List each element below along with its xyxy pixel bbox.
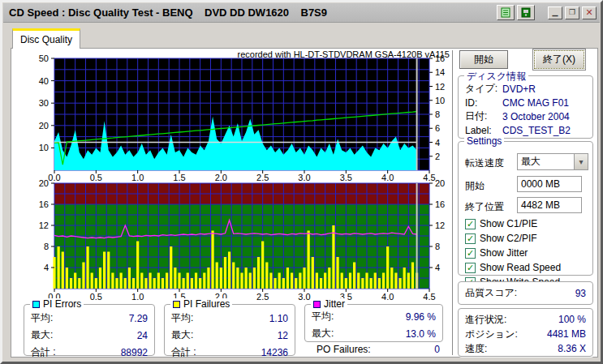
panel-separator (452, 50, 454, 355)
minimize-button[interactable] (548, 6, 562, 19)
start-button[interactable]: 開始 (459, 50, 508, 69)
axis-tick-label: 0.0 (48, 173, 60, 182)
axis-tick-label: 30 (39, 98, 49, 108)
checkbox-show-c1-pie[interactable]: Show C1/PIE (465, 218, 537, 229)
checkbox-show-c2-pif[interactable]: Show C2/PIF (465, 233, 537, 244)
pi-failures-swatch-icon (173, 301, 180, 308)
axis-tick-label: 16 (39, 199, 49, 209)
axis-tick-label: 10 (435, 96, 445, 105)
close-button[interactable] (582, 6, 597, 19)
pi-errors-group: PI Errors 平均: 7.29 最大: 24 合計 : 88992 (24, 304, 155, 356)
axis-tick-label: 3.0 (298, 173, 310, 182)
pi-errors-avg-row: 平均: 7.29 (24, 310, 154, 327)
pi-failures-title: PI Failures (183, 298, 230, 310)
axis-tick-label: 20 (39, 121, 49, 131)
pie-speed-chart: 10203040502468101214160.00.51.01.52.02.5… (11, 49, 454, 185)
axis-tick-label: 4 (44, 263, 49, 272)
pi-errors-total-row: 合計 : 88992 (24, 344, 154, 361)
axis-tick-label: 16 (435, 199, 445, 209)
axis-tick-label: 8 (435, 109, 440, 119)
axis-tick-label: 12 (435, 221, 445, 230)
disc-info-group: ディスク情報 タイプ: DVD+R ID: CMC MAG F01 日付: 3 … (458, 75, 593, 139)
quality-score-row: 品質スコア: 93 (459, 282, 592, 304)
axis-tick-label: 12 (435, 82, 445, 92)
jitter-group: Jitter 平均: 9.96 % 最大: 13.0 % (304, 304, 443, 342)
settings-group: Settings 転送速度 最大 開始 0000 MB 終了位置 4482 MB… (458, 141, 593, 276)
axis-tick-label: 50 (39, 54, 49, 63)
jitter-title: Jitter (324, 298, 345, 310)
disc-id-row: ID: CMC MAG F01 (459, 96, 592, 109)
exit-button[interactable]: 終了(X) (534, 50, 584, 69)
axis-tick-label: 8 (435, 242, 440, 251)
axis-tick-label: 3.0 (298, 292, 310, 302)
pi-failures-total-row: 合計 : 14236 (165, 344, 295, 361)
pi-errors-title: PI Errors (43, 298, 81, 310)
jitter-swatch-icon (313, 301, 321, 308)
position-row: ポジション: 4481 MB (459, 327, 592, 341)
axis-tick-label: 40 (39, 76, 49, 86)
axis-tick-label: 0.5 (90, 292, 102, 302)
start-position-label: 開始 (465, 179, 485, 193)
axis-tick-label: 3.5 (340, 173, 352, 182)
jitter-max-row: 最大: 13.0 % (305, 325, 442, 342)
axis-tick-label: 2 (435, 152, 440, 161)
checkbox-show-jitter[interactable]: Show Jitter (465, 247, 528, 259)
drive-icon[interactable] (517, 5, 535, 20)
axis-tick-label: 0.5 (90, 173, 102, 182)
axis-tick-label: 6 (435, 123, 440, 133)
axis-tick-label: 20 (39, 178, 49, 188)
axis-tick-label: 1.5 (173, 173, 185, 182)
pi-failures-group: PI Failures 平均: 1.10 最大: 12 合計 : 14236 (164, 304, 295, 356)
speed-row: 速度: 8.36 X (459, 341, 592, 356)
checkbox-check-icon[interactable] (465, 263, 476, 273)
axis-tick-label: 1.0 (131, 292, 144, 302)
axis-tick-label: 4.0 (381, 292, 394, 302)
checkbox-check-icon[interactable] (465, 248, 476, 259)
start-position-field[interactable]: 0000 MB (517, 176, 582, 192)
maximize-button[interactable] (565, 6, 579, 19)
app-window: CD Speed : Disc Quality Test - BENQ DVD … (0, 0, 603, 364)
end-position-field[interactable]: 4482 MB (517, 197, 582, 213)
chevron-down-icon[interactable] (574, 154, 588, 169)
po-failures-row: PO Failures: 0 (317, 344, 440, 355)
disc-info-title: ディスク情報 (464, 70, 528, 84)
recorded-with-label: recorded with HL-DT-STDVDRAM GSA-4120B v… (166, 49, 450, 59)
axis-tick-label: 2.0 (215, 173, 227, 182)
checkbox-check-icon[interactable] (465, 233, 476, 244)
axis-tick-label: 4 (435, 263, 440, 272)
pi-errors-swatch-icon (32, 301, 40, 308)
title-bar: CD Speed : Disc Quality Test - BENQ DVD … (3, 3, 600, 23)
axis-tick-label: 4.5 (423, 292, 435, 302)
tab-label: Disc Quality (20, 34, 72, 45)
progress-row: 進行状況: 100 % (459, 312, 592, 327)
end-position-label: 終了位置 (465, 200, 504, 214)
transfer-speed-label: 転送速度 (465, 156, 504, 170)
disc-date-row: 日付: 3 October 2004 (459, 109, 592, 123)
jitter-avg-row: 平均: 9.96 % (305, 308, 442, 325)
tab-disc-quality[interactable]: Disc Quality (12, 28, 80, 49)
settings-title: Settings (464, 135, 504, 147)
pi-failures-avg-row: 平均: 1.10 (165, 310, 295, 327)
window-title: CD Speed : Disc Quality Test - BENQ DVD … (3, 6, 327, 19)
axis-tick-label: 1.0 (131, 173, 144, 182)
axis-tick-label: 14 (435, 67, 445, 77)
pif-jitter-chart: 48121620481216200.00.51.01.52.02.53.03.5… (11, 178, 454, 305)
log-icon[interactable] (497, 5, 515, 20)
axis-tick-label: 8 (44, 242, 49, 251)
right-panel: 開始 終了(X) ディスク情報 タイプ: DVD+R ID: CMC MAG F… (456, 49, 597, 357)
axis-tick-label: 12 (39, 221, 49, 230)
axis-tick-label: 2.5 (256, 292, 269, 302)
pi-failures-max-row: 最大: 12 (165, 327, 295, 344)
pi-errors-max-row: 最大: 24 (24, 327, 154, 344)
axis-tick-label: 4.0 (381, 173, 394, 182)
axis-tick-label: 2.5 (256, 173, 269, 182)
checkbox-show-read-speed[interactable]: Show Read Speed (465, 262, 561, 273)
tab-page: recorded with HL-DT-STDVDRAM GSA-4120B v… (11, 48, 598, 358)
disc-type-row: タイプ: DVD+R (459, 82, 592, 96)
axis-tick-label: 4 (435, 138, 440, 148)
axis-tick-label: 4.5 (423, 173, 435, 182)
axis-tick-label: 20 (435, 178, 445, 188)
transfer-speed-select[interactable]: 最大 (517, 153, 588, 170)
quality-score-group: 品質スコア: 93 (458, 281, 593, 305)
checkbox-check-icon[interactable] (465, 219, 476, 229)
